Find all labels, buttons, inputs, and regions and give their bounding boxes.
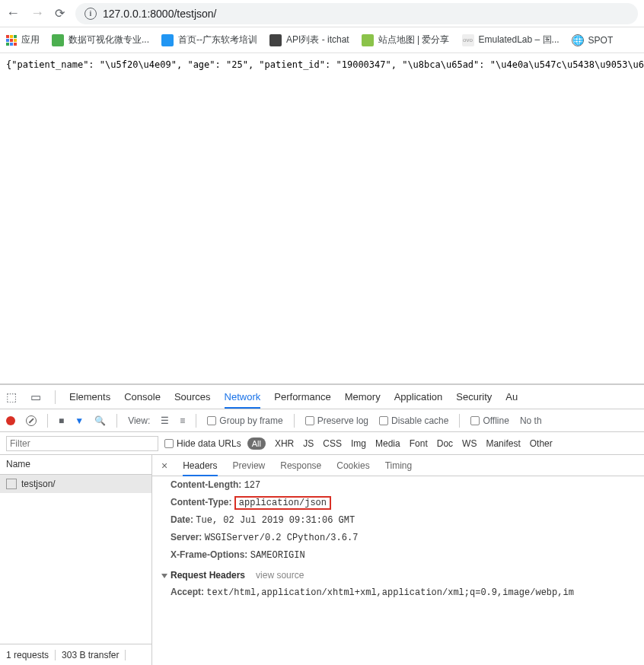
tab-timing[interactable]: Timing <box>385 460 413 471</box>
header-row: Content-Length: 127 <box>161 476 635 494</box>
apps-button[interactable]: 应用 <box>6 33 40 46</box>
document-icon <box>6 479 17 489</box>
header-row: Date: Tue, 02 Jul 2019 09:31:06 GMT <box>161 511 635 529</box>
filter-doc[interactable]: Doc <box>437 438 453 449</box>
devtools-tabs: ⬚ ▭ Elements Console Sources Network Per… <box>0 385 644 409</box>
bookmark-item[interactable]: API列表 - itchat <box>269 33 349 46</box>
tab-performance[interactable]: Performance <box>274 391 330 402</box>
tab-headers[interactable]: Headers <box>183 460 217 476</box>
request-headers-section[interactable]: Request Headers view source <box>161 564 635 584</box>
record-button[interactable] <box>6 416 15 425</box>
tab-memory[interactable]: Memory <box>345 391 381 402</box>
headers-body: Content-Length: 127 Content-Type: applic… <box>152 476 644 665</box>
filter-xhr[interactable]: XHR <box>275 438 294 449</box>
bookmarks-bar: 应用 数据可视化微专业... 首页--广东软考培训 API列表 - itchat… <box>0 27 644 53</box>
filter-font[interactable]: Font <box>410 438 428 449</box>
view-large-icon[interactable]: ☰ <box>161 415 169 426</box>
request-name: testjson/ <box>21 479 56 489</box>
request-row[interactable]: testjson/ <box>0 475 151 493</box>
tab-cookies[interactable]: Cookies <box>336 460 369 471</box>
tab-console[interactable]: Console <box>124 391 161 402</box>
favicon <box>362 34 374 46</box>
apps-label: 应用 <box>21 33 40 46</box>
url-filter-bar: Hide data URLs All XHR JS CSS Img Media … <box>0 432 644 455</box>
throttle-label[interactable]: No th <box>520 415 542 426</box>
filter-other[interactable]: Other <box>530 438 553 449</box>
header-row: X-Frame-Options: SAMEORIGIN <box>161 546 635 564</box>
device-toggle-icon[interactable]: ▭ <box>30 390 41 404</box>
tab-response[interactable]: Response <box>280 460 321 471</box>
request-list: Name testjson/ 1 requests 303 B transfer <box>0 455 152 665</box>
url-text: 127.0.0.1:8000/testjson/ <box>103 8 216 20</box>
inspect-element-icon[interactable]: ⬚ <box>6 390 17 404</box>
close-detail-button[interactable]: × <box>161 460 167 472</box>
bookmark-item[interactable]: 数据可视化微专业... <box>52 33 149 46</box>
browser-toolbar: ← → ⟳ i 127.0.0.1:8000/testjson/ <box>0 0 644 27</box>
filter-css[interactable]: CSS <box>323 438 342 449</box>
tab-application[interactable]: Application <box>394 391 443 402</box>
header-row: Content-Type: application/json <box>161 494 635 511</box>
tab-network[interactable]: Network <box>225 391 261 409</box>
camera-icon[interactable]: ■ <box>59 415 64 426</box>
tab-preview[interactable]: Preview <box>233 460 266 471</box>
site-info-icon[interactable]: i <box>84 8 97 20</box>
filter-media[interactable]: Media <box>375 438 400 449</box>
filter-input[interactable] <box>6 436 158 451</box>
filter-img[interactable]: Img <box>351 438 366 449</box>
disable-cache-checkbox[interactable]: Disable cache <box>379 415 448 426</box>
header-row: Server: WSGIServer/0.2 CPython/3.6.7 <box>161 529 635 546</box>
favicon <box>52 34 64 46</box>
content-type-highlight: application/json <box>234 496 331 510</box>
apps-icon <box>6 35 17 46</box>
globe-icon: 🌐 <box>572 34 584 46</box>
triangle-down-icon <box>161 574 167 578</box>
tab-elements[interactable]: Elements <box>69 391 110 402</box>
bookmark-item[interactable]: 首页--广东软考培训 <box>161 33 257 46</box>
view-source-link[interactable]: view source <box>256 570 304 581</box>
reload-button[interactable]: ⟳ <box>55 6 65 21</box>
page-body: {"patient_name": "\u5f20\u4e09", "age": … <box>0 53 644 383</box>
filter-icon[interactable]: ▼ <box>75 415 84 426</box>
favicon: ovo <box>462 34 474 46</box>
bookmark-item[interactable]: ovoEmulatedLab – 国... <box>462 33 560 46</box>
view-label: View: <box>128 415 150 426</box>
type-filters: All XHR JS CSS Img Media Font Doc WS Man… <box>247 438 553 450</box>
filter-manifest[interactable]: Manifest <box>486 438 520 449</box>
request-summary: 1 requests 303 B transfer <box>0 644 151 665</box>
preserve-log-checkbox[interactable]: Preserve log <box>305 415 368 426</box>
back-button[interactable]: ← <box>6 5 20 21</box>
address-bar[interactable]: i 127.0.0.1:8000/testjson/ <box>75 3 638 24</box>
bookmark-item[interactable]: 站点地图 | 爱分享 <box>362 33 450 46</box>
view-waterfall-icon[interactable]: ≡ <box>180 415 185 426</box>
filter-ws[interactable]: WS <box>462 438 477 449</box>
filter-js[interactable]: JS <box>303 438 314 449</box>
favicon <box>161 34 174 46</box>
tab-audits[interactable]: Au <box>505 391 518 402</box>
detail-tabs: × Headers Preview Response Cookies Timin… <box>152 455 644 476</box>
filter-all[interactable]: All <box>247 438 266 450</box>
column-name[interactable]: Name <box>0 455 151 475</box>
search-icon[interactable]: 🔍 <box>94 415 106 426</box>
devtools-panel: ⬚ ▭ Elements Console Sources Network Per… <box>0 383 644 665</box>
group-by-frame-checkbox[interactable]: Group by frame <box>207 415 282 426</box>
transfer-size: 303 B transfer <box>56 650 126 660</box>
favicon <box>269 34 282 46</box>
clear-button[interactable] <box>26 415 37 426</box>
tab-security[interactable]: Security <box>456 391 492 402</box>
header-row: Accept: text/html,application/xhtml+xml,… <box>161 584 635 601</box>
offline-checkbox[interactable]: Offline <box>470 415 509 426</box>
request-detail: × Headers Preview Response Cookies Timin… <box>152 455 644 665</box>
hide-data-urls-checkbox[interactable]: Hide data URLs <box>164 438 241 449</box>
requests-count: 1 requests <box>0 650 56 660</box>
bookmark-item[interactable]: 🌐SPOT <box>572 34 614 46</box>
network-body: Name testjson/ 1 requests 303 B transfer… <box>0 455 644 665</box>
tab-sources[interactable]: Sources <box>174 391 211 402</box>
network-toolbar: ■ ▼ 🔍 View: ☰ ≡ Group by frame Preserve … <box>0 409 644 432</box>
forward-button[interactable]: → <box>30 5 44 21</box>
